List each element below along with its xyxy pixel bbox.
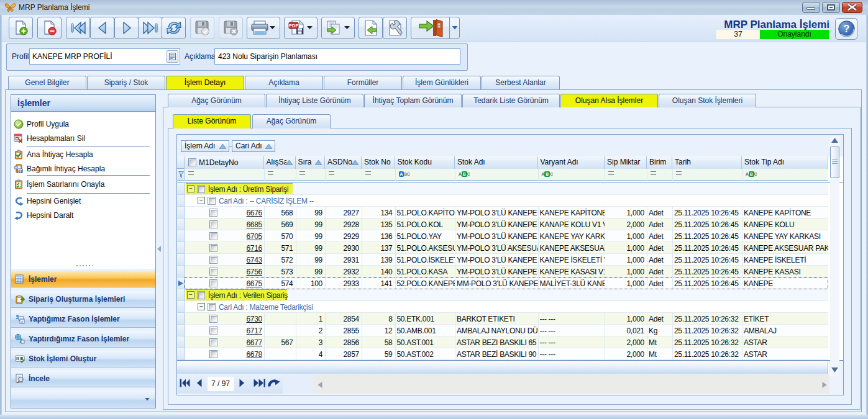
svg-text:01: 01 [18, 169, 22, 173]
svg-text:PDF: PDF [289, 23, 298, 29]
svg-text:?: ? [844, 24, 850, 34]
